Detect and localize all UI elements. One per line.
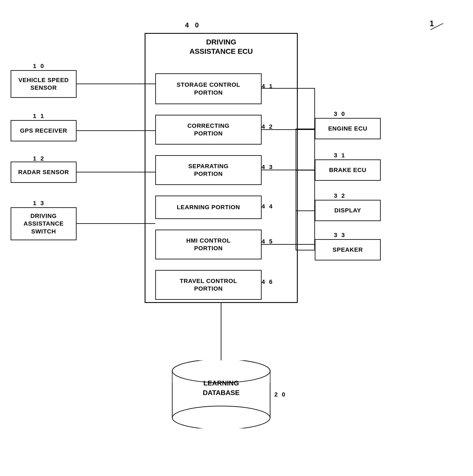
switch-box: DRIVINGASSISTANCESWITCH bbox=[11, 207, 77, 240]
correcting-box: CORRECTINGPORTION bbox=[155, 115, 262, 145]
ref-12: 1 2 bbox=[33, 155, 45, 162]
diagram-container: 1 4 0 DRIVINGASSISTANCE ECU STORAGE CONT… bbox=[0, 0, 473, 476]
engine-box: ENGINE ECU bbox=[315, 118, 381, 139]
brake-box: BRAKE ECU bbox=[315, 159, 381, 181]
right-vertical-main bbox=[314, 88, 315, 250]
gps-connector bbox=[77, 130, 155, 131]
speaker-connector-final bbox=[296, 250, 315, 250]
hmi-box: HMI CONTROLPORTION bbox=[155, 230, 262, 259]
ref-arrow-1 bbox=[428, 22, 445, 31]
radar-connector bbox=[77, 172, 155, 172]
ref-30: 3 0 bbox=[334, 111, 346, 117]
ref-32: 3 2 bbox=[334, 192, 346, 199]
radar-box: RADAR SENSOR bbox=[11, 162, 77, 183]
vss-connector bbox=[77, 84, 155, 84]
svg-point-3 bbox=[172, 406, 270, 428]
learning-box: LEARNING PORTION bbox=[155, 196, 262, 219]
display-box: DISPLAY bbox=[315, 200, 381, 221]
brake-connector-final bbox=[296, 170, 315, 170]
ref-31: 3 1 bbox=[334, 152, 346, 159]
svg-line-0 bbox=[430, 23, 443, 30]
database-label: LEARNINGDATABASE bbox=[170, 378, 272, 398]
ref-46: 4 6 bbox=[262, 278, 274, 285]
storage-right-connector bbox=[262, 88, 315, 89]
ref-41: 4 1 bbox=[262, 83, 274, 90]
ref-13: 1 3 bbox=[33, 200, 45, 207]
switch-connector bbox=[77, 223, 155, 224]
ref-44: 4 4 bbox=[262, 203, 274, 210]
hmi-right-connector bbox=[262, 244, 315, 245]
ref-10: 1 0 bbox=[33, 63, 45, 69]
display-connector-final bbox=[296, 210, 315, 211]
storage-control-box: STORAGE CONTROLPORTION bbox=[155, 73, 262, 104]
ref-20: 2 0 bbox=[274, 391, 286, 398]
ecu-title: DRIVINGASSISTANCE ECU bbox=[145, 35, 298, 56]
travel-box: TRAVEL CONTROLPORTION bbox=[155, 270, 262, 300]
ecu-to-db-connector bbox=[221, 303, 221, 360]
vss-box: VEHICLE SPEEDSENSOR bbox=[11, 70, 77, 98]
speaker-box: SPEAKER bbox=[315, 239, 381, 260]
correcting-right-connector bbox=[262, 129, 315, 130]
engine-connector-final bbox=[296, 129, 315, 129]
ref-33: 3 3 bbox=[334, 232, 346, 238]
ref-num-40: 4 0 bbox=[185, 21, 201, 29]
ref-11: 1 1 bbox=[33, 113, 45, 119]
right-output-vertical bbox=[296, 129, 296, 250]
separating-box: SEPARATINGPORTION bbox=[155, 155, 262, 185]
gps-box: GPS RECEIVER bbox=[11, 120, 77, 141]
